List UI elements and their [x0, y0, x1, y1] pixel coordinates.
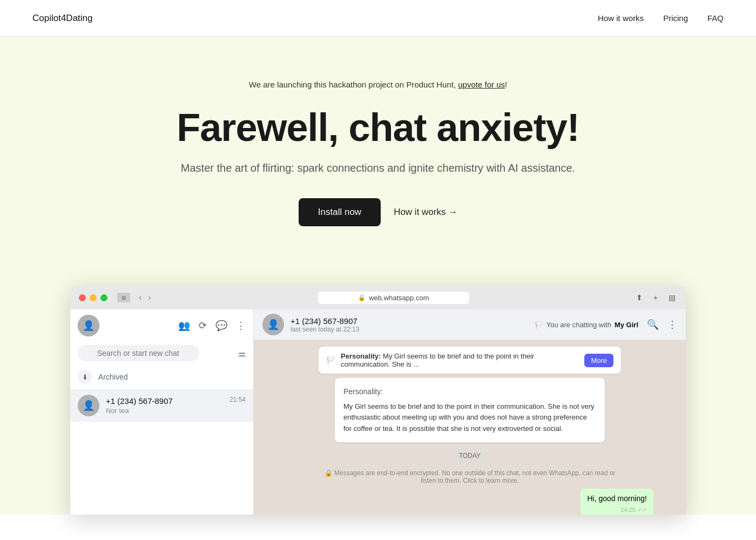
ai-personality-banner: 🏳️ Personality: My Girl seems to be brie… — [319, 347, 621, 374]
search-input[interactable] — [78, 345, 199, 361]
chat-info: +1 (234) 567-8907 Nor tea — [106, 396, 223, 415]
contact-avatar: 👤 — [78, 395, 99, 416]
ai-banner-label: Personality: — [341, 352, 381, 360]
sidebar-icon[interactable]: ▤ — [666, 292, 677, 303]
window-control-buttons: ⊞ — [117, 293, 130, 302]
address-bar-wrap: 🔒 web.whatsapp.com — [160, 292, 627, 304]
archived-label: Archived — [98, 373, 127, 381]
contact-info: +1 (234) 567-8907 last seen today at 22:… — [291, 316, 359, 333]
how-it-works-button[interactable]: How it works → — [394, 207, 457, 218]
nav-how-it-works[interactable]: How it works — [598, 14, 644, 23]
nav-pricing[interactable]: Pricing — [663, 14, 688, 23]
chat-time: 21:54 — [230, 396, 246, 403]
traffic-light-red[interactable] — [79, 294, 86, 301]
msg-out-text: Hi, good morning! — [587, 494, 647, 503]
chatting-name: My Girl — [615, 321, 638, 329]
more-button[interactable]: More — [584, 354, 613, 367]
install-now-button[interactable]: Install now — [299, 198, 381, 226]
user-avatar[interactable]: 👤 — [78, 315, 99, 336]
address-text: web.whatsapp.com — [369, 294, 429, 302]
whatsapp-sidebar: 👤 👥 ⟳ 💬 ⋮ 🔍 ⚌ — [70, 309, 254, 515]
more-options-icon[interactable]: ⋮ — [667, 319, 677, 330]
share-icon[interactable]: ⬆ — [634, 292, 645, 303]
nav-links: How it works Pricing FAQ — [598, 14, 724, 23]
status-icon[interactable]: ⟳ — [199, 320, 207, 332]
hero-buttons: Install now How it works → — [22, 198, 734, 226]
date-divider: TODAY — [286, 452, 653, 460]
lock-icon: 🔒 — [358, 294, 366, 301]
chat-header: 👤 +1 (234) 567-8907 last seen today at 2… — [254, 309, 686, 340]
hero-announcement: We are launching this hackathon project … — [22, 80, 734, 89]
messages-area: 🏳️ Personality: My Girl seems to be brie… — [254, 340, 686, 515]
sidebar-header-icons: 👥 ⟳ 💬 ⋮ — [178, 320, 246, 332]
chat-list-item[interactable]: 👤 +1 (234) 567-8907 Nor tea 21:54 — [70, 389, 253, 422]
filter-icon[interactable]: ⚌ — [238, 348, 246, 359]
flag-icon: 🏳️ — [535, 321, 543, 329]
ai-banner-text: Personality: My Girl seems to be brief a… — [341, 352, 579, 368]
msg-out-ticks: ✓✓ — [637, 507, 647, 513]
chat-area: 👤 +1 (234) 567-8907 last seen today at 2… — [254, 309, 686, 515]
back-arrow[interactable]: ‹ — [137, 293, 144, 302]
window-tile-icon[interactable]: ⊞ — [117, 293, 130, 302]
archived-item[interactable]: ⬇ Archived — [70, 364, 253, 389]
whatsapp-ui: 👤 👥 ⟳ 💬 ⋮ 🔍 ⚌ — [70, 309, 686, 515]
personality-card-title: Personality: — [343, 386, 596, 397]
contact-status: last seen today at 22:13 — [291, 326, 359, 333]
navbar: Copilot4Dating How it works Pricing FAQ — [0, 0, 756, 37]
msg-out-time: 14:25 — [620, 507, 636, 513]
avatar-placeholder: 👤 — [78, 315, 99, 336]
product-hunt-link[interactable]: upvote for us — [458, 80, 505, 89]
chat-header-left: 👤 +1 (234) 567-8907 last seen today at 2… — [262, 314, 359, 335]
hero-section: We are launching this hackathon project … — [0, 37, 756, 264]
traffic-light-green[interactable] — [100, 294, 107, 301]
traffic-lights — [79, 294, 107, 301]
nav-logo[interactable]: Copilot4Dating — [32, 13, 93, 24]
archived-icon: ⬇ — [78, 370, 92, 384]
contact-name: +1 (234) 567-8907 — [291, 316, 359, 326]
traffic-light-yellow[interactable] — [90, 294, 97, 301]
forward-arrow[interactable]: › — [146, 293, 153, 302]
ai-banner-icon: 🏳️ — [326, 356, 335, 364]
menu-icon[interactable]: ⋮ — [236, 320, 246, 332]
msg-out-meta: 14:25 ✓✓ — [587, 505, 647, 515]
chat-name: +1 (234) 567-8907 — [106, 396, 223, 406]
browser-mockup-wrapper: ⊞ ‹ › 🔒 web.whatsapp.com ⬆ + ▤ — [0, 264, 756, 515]
chat-preview: Nor tea — [106, 407, 223, 415]
new-chat-icon[interactable]: 💬 — [215, 320, 227, 332]
search-wrap: 🔍 — [78, 345, 234, 361]
browser-right-icons: ⬆ + ▤ — [634, 292, 677, 303]
nav-arrows: ‹ › — [137, 293, 153, 302]
chat-header-right: 🏳️ You are chatting with My Girl 🔍 ⋮ — [535, 319, 677, 330]
browser-window: ⊞ ‹ › 🔒 web.whatsapp.com ⬆ + ▤ — [70, 286, 686, 515]
search-bar: 🔍 ⚌ — [70, 342, 253, 364]
chatting-label: You are chatting with — [546, 321, 611, 329]
chatting-with-badge: 🏳️ You are chatting with My Girl — [535, 321, 638, 329]
browser-chrome-bar: ⊞ ‹ › 🔒 web.whatsapp.com ⬆ + ▤ — [70, 286, 686, 309]
nav-faq[interactable]: FAQ — [707, 14, 724, 23]
personality-card-text: My Girl seems to be brief and to the poi… — [343, 401, 596, 435]
hero-subtitle: Master the art of flirting: spark connec… — [22, 162, 734, 174]
sidebar-header: 👤 👥 ⟳ 💬 ⋮ — [70, 309, 253, 342]
community-icon[interactable]: 👥 — [178, 320, 190, 332]
chat-header-icons: 🔍 ⋮ — [647, 319, 677, 330]
search-chat-icon[interactable]: 🔍 — [647, 319, 659, 330]
contact-chat-avatar: 👤 — [262, 314, 284, 335]
outgoing-message: Hi, good morning! 14:25 ✓✓ — [580, 489, 653, 515]
hero-title: Farewell, chat anxiety! — [22, 106, 734, 149]
address-bar[interactable]: 🔒 web.whatsapp.com — [318, 292, 469, 304]
personality-card: Personality: My Girl seems to be brief a… — [335, 378, 605, 442]
date-chip: TODAY — [454, 450, 486, 461]
encrypted-notice[interactable]: 🔒 Messages are end-to-end encrypted. No … — [319, 469, 621, 484]
new-tab-icon[interactable]: + — [650, 292, 661, 303]
